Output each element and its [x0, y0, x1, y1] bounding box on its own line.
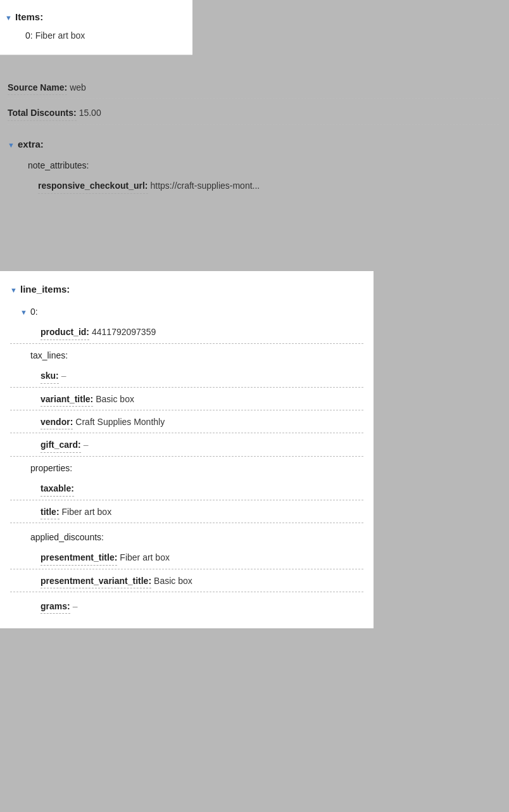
item-0-value: Fiber art box	[35, 29, 85, 42]
line-items-toggle-arrow[interactable]: ▼	[10, 285, 18, 296]
grams-label: grams:	[41, 599, 70, 614]
gift-card-value: –	[84, 438, 89, 452]
responsive-checkout-url-label: responsive_checkout_url:	[38, 179, 148, 193]
gift-card-row: gift_card: –	[10, 436, 363, 456]
extra-toggle-arrow[interactable]: ▼	[8, 140, 15, 151]
items-label: Items:	[15, 10, 43, 25]
presentment-title-value: Fiber art box	[120, 550, 170, 564]
bottom-panel: ▼ line_items: ▼ 0: product_id: 441179209…	[0, 271, 374, 628]
line-items-row: ▼ line_items:	[10, 280, 363, 299]
variant-title-label: variant_title:	[41, 392, 93, 407]
note-attributes-row: note_attributes:	[8, 156, 499, 174]
product-id-label: product_id:	[41, 325, 89, 339]
properties-row: properties:	[10, 459, 363, 477]
responsive-checkout-url-value: https://craft-supplies-mont...	[151, 179, 260, 193]
main-container: ▼ Items: 0: Fiber art box Source Name: w…	[0, 0, 509, 812]
middle-section: Source Name: web Total Discounts: 15.00 …	[0, 70, 509, 205]
extra-row: ▼ extra:	[8, 135, 499, 154]
variant-title-value: Basic box	[96, 392, 134, 406]
index-0-row: ▼ 0:	[10, 303, 363, 320]
total-discounts-label: Total Discounts:	[8, 106, 77, 120]
variant-title-row: variant_title: Basic box	[10, 390, 363, 410]
note-attributes-label: note_attributes:	[28, 158, 89, 172]
properties-label: properties:	[30, 461, 72, 475]
presentment-variant-title-label: presentment_variant_title:	[41, 574, 151, 588]
items-row: ▼ Items:	[5, 8, 182, 27]
index-0-toggle-arrow[interactable]: ▼	[20, 307, 28, 319]
sku-label: sku:	[41, 369, 59, 383]
source-name-row: Source Name: web	[8, 79, 499, 99]
line-items-label: line_items:	[20, 282, 70, 297]
top-panel: ▼ Items: 0: Fiber art box	[0, 0, 192, 55]
product-id-value: 4411792097359	[92, 325, 156, 339]
source-name-value: web	[70, 80, 86, 94]
taxable-label: taxable:	[41, 481, 74, 496]
title-value: Fiber art box	[62, 505, 112, 519]
title-row: title: Fiber art box	[10, 503, 363, 523]
item-0-row: 0: Fiber art box	[5, 27, 182, 44]
sku-value: –	[61, 369, 66, 383]
gift-card-label: gift_card:	[41, 438, 81, 452]
presentment-variant-title-row: presentment_variant_title: Basic box	[10, 572, 363, 592]
presentment-variant-title-value: Basic box	[154, 574, 192, 588]
presentment-title-label: presentment_title:	[41, 550, 117, 565]
tax-lines-label: tax_lines:	[30, 348, 68, 362]
total-discounts-value: 15.00	[79, 106, 101, 120]
applied-discounts-label: applied_discounts:	[30, 530, 104, 544]
items-toggle-arrow[interactable]: ▼	[5, 13, 13, 24]
vendor-row: vendor: Craft Supplies Monthly	[10, 413, 363, 433]
presentment-title-row: presentment_title: Fiber art box	[10, 549, 363, 569]
total-discounts-row: Total Discounts: 15.00	[8, 104, 499, 124]
sku-row: sku: –	[10, 367, 363, 387]
taxable-row: taxable:	[10, 479, 363, 500]
title-label: title:	[41, 505, 60, 519]
grams-row: grams: –	[10, 597, 363, 616]
tax-lines-row: tax_lines:	[10, 346, 363, 364]
grams-value: –	[73, 599, 78, 613]
applied-discounts-row: applied_discounts:	[10, 528, 363, 546]
vendor-value: Craft Supplies Monthly	[75, 415, 165, 429]
vendor-label: vendor:	[41, 415, 73, 429]
extra-label: extra:	[18, 137, 44, 152]
index-0-label: 0:	[30, 305, 38, 319]
responsive-checkout-url-row: responsive_checkout_url: https://craft-s…	[8, 177, 499, 195]
product-id-row: product_id: 4411792097359	[10, 323, 363, 343]
source-name-label: Source Name:	[8, 80, 67, 95]
item-index: 0:	[25, 29, 33, 42]
